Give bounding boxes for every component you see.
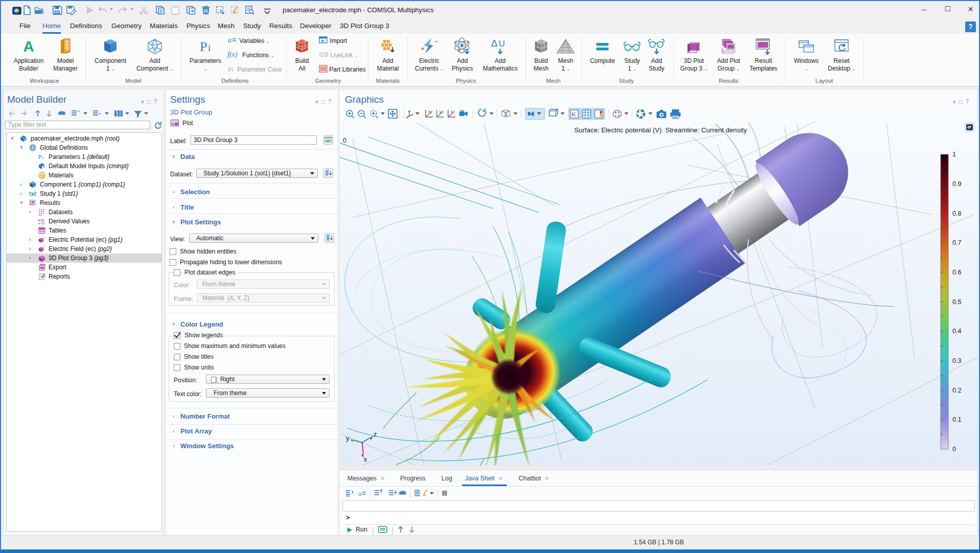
svg-text:x: x: [364, 455, 367, 463]
svg-text:f(x): f(x): [227, 51, 238, 59]
svg-text:0.7: 0.7: [952, 239, 961, 246]
svg-text:0: 0: [952, 446, 956, 453]
svg-text:z: z: [374, 430, 377, 438]
svg-text:P: P: [200, 39, 207, 54]
svg-text:Δ: Δ: [491, 38, 498, 49]
svg-text:U: U: [499, 39, 505, 49]
svg-text:−: −: [434, 38, 438, 45]
svg-text:e-12: e-12: [38, 222, 45, 225]
svg-text:xy: xy: [428, 109, 432, 114]
svg-text:i: i: [208, 42, 211, 53]
svg-text:Surface: Electric potential (V: Surface: Electric potential (V) Streamli…: [574, 126, 747, 134]
svg-text:0.1: 0.1: [952, 416, 961, 423]
svg-text:8.85: 8.85: [38, 219, 44, 222]
svg-text:+: +: [421, 45, 424, 52]
svg-text:a: a: [228, 36, 231, 44]
svg-text:y: y: [346, 434, 349, 442]
svg-text:0.4: 0.4: [952, 328, 961, 335]
svg-text:a: a: [358, 490, 362, 497]
svg-text:P: P: [38, 153, 42, 160]
svg-text:0.3: 0.3: [952, 357, 961, 364]
svg-text:0.8: 0.8: [952, 210, 961, 217]
svg-text:A: A: [23, 38, 34, 55]
svg-text:xz: xz: [451, 109, 455, 114]
svg-text:1: 1: [952, 151, 956, 158]
svg-text:0.9: 0.9: [952, 180, 961, 188]
svg-text:0: 0: [343, 136, 346, 144]
svg-text:0.5: 0.5: [952, 298, 961, 306]
svg-text:Pi: Pi: [228, 65, 234, 73]
svg-text:0.2: 0.2: [952, 387, 961, 394]
svg-text:yz: yz: [439, 109, 444, 114]
svg-text:0.6: 0.6: [952, 269, 961, 276]
svg-text:i: i: [42, 155, 44, 160]
